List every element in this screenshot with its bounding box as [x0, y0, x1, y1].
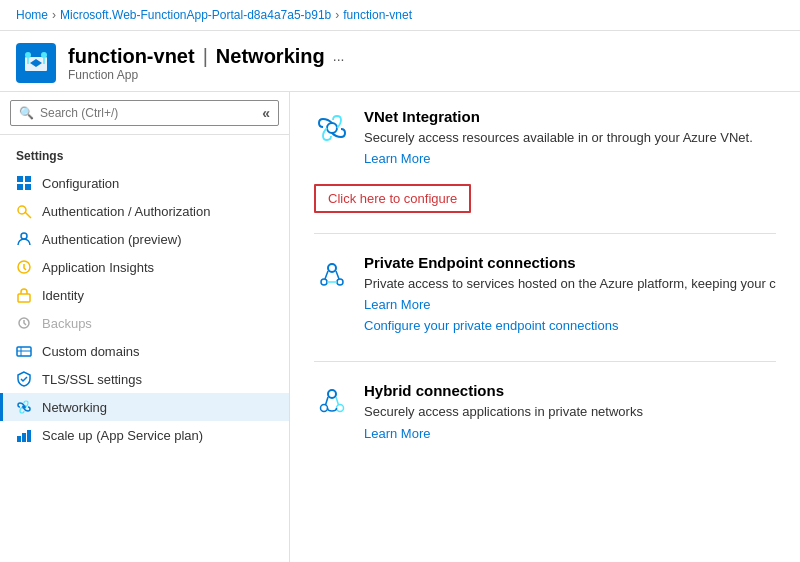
- vnet-configure-button[interactable]: Click here to configure: [314, 184, 471, 213]
- svg-line-25: [325, 271, 328, 279]
- hybrid-description: Securely access applications in private …: [364, 403, 643, 421]
- settings-section: Settings Configuration Authentication / …: [0, 135, 289, 453]
- network-icon: [16, 399, 32, 415]
- breadcrumb-resource-group[interactable]: Microsoft.Web-FunctionApp-Portal-d8a4a7a…: [60, 8, 331, 22]
- svg-point-1: [25, 52, 31, 58]
- content-area: VNet Integration Securely access resourc…: [290, 92, 800, 562]
- svg-point-24: [337, 279, 343, 285]
- sidebar-item-networking[interactable]: Networking: [0, 393, 289, 421]
- svg-point-21: [327, 123, 337, 133]
- insights-icon: [16, 259, 32, 275]
- svg-point-17: [22, 405, 26, 409]
- sidebar-item-auth-preview[interactable]: Authentication (preview): [0, 225, 289, 253]
- search-box-container: 🔍 «: [0, 92, 289, 135]
- networking-label: Networking: [42, 400, 273, 415]
- vnet-description: Securely access resources available in o…: [364, 129, 753, 147]
- endpoint-description: Private access to services hosted on the…: [364, 275, 776, 293]
- backups-label: Backups: [42, 316, 273, 331]
- svg-rect-20: [27, 430, 31, 442]
- settings-label: Settings: [0, 145, 289, 169]
- private-endpoint-section: Private Endpoint connections Private acc…: [314, 254, 776, 362]
- scale-up-label: Scale up (App Service plan): [42, 428, 273, 443]
- sidebar-item-app-insights[interactable]: Application Insights: [0, 253, 289, 281]
- svg-point-2: [41, 52, 47, 58]
- page-header: function-vnet | Networking ... Function …: [0, 31, 800, 92]
- search-icon: 🔍: [19, 106, 34, 120]
- svg-line-32: [336, 397, 339, 405]
- scaleup-icon: [16, 427, 32, 443]
- svg-rect-13: [18, 294, 30, 302]
- identity-label: Identity: [42, 288, 273, 303]
- vnet-learn-more[interactable]: Learn More: [364, 151, 430, 166]
- breadcrumb-current[interactable]: function-vnet: [343, 8, 412, 22]
- svg-rect-5: [17, 176, 23, 182]
- app-icon: [16, 43, 56, 83]
- sidebar-item-configuration[interactable]: Configuration: [0, 169, 289, 197]
- endpoint-icon: [314, 256, 350, 292]
- configuration-label: Configuration: [42, 176, 273, 191]
- endpoint-title: Private Endpoint connections: [364, 254, 776, 271]
- identity-icon: [16, 287, 32, 303]
- grid-icon: [16, 175, 32, 191]
- breadcrumb: Home › Microsoft.Web-FunctionApp-Portal-…: [0, 0, 800, 31]
- tls-ssl-label: TLS/SSL settings: [42, 372, 273, 387]
- svg-rect-19: [22, 433, 26, 442]
- vnet-title: VNet Integration: [364, 108, 753, 125]
- vnet-icon: [314, 110, 350, 146]
- hybrid-connections-section: Hybrid connections Securely access appli…: [314, 382, 776, 468]
- vnet-integration-section: VNet Integration Securely access resourc…: [314, 108, 776, 234]
- app-subtitle: Function App: [68, 68, 344, 82]
- auth-authorization-label: Authentication / Authorization: [42, 204, 273, 219]
- collapse-button[interactable]: «: [262, 105, 270, 121]
- sidebar-item-scale-up[interactable]: Scale up (App Service plan): [0, 421, 289, 449]
- custom-domains-label: Custom domains: [42, 344, 273, 359]
- search-input[interactable]: [40, 106, 262, 120]
- svg-rect-18: [17, 436, 21, 442]
- key-icon: [16, 203, 32, 219]
- sidebar-item-auth-authorization[interactable]: Authentication / Authorization: [0, 197, 289, 225]
- svg-point-29: [321, 405, 328, 412]
- svg-rect-7: [17, 184, 23, 190]
- auth-preview-label: Authentication (preview): [42, 232, 273, 247]
- page-title: function-vnet | Networking ...: [68, 45, 344, 68]
- svg-rect-8: [25, 184, 31, 190]
- svg-point-22: [328, 264, 336, 272]
- sidebar-item-custom-domains[interactable]: Custom domains: [0, 337, 289, 365]
- hybrid-title: Hybrid connections: [364, 382, 643, 399]
- svg-point-30: [337, 405, 344, 412]
- more-options-button[interactable]: ...: [333, 48, 345, 64]
- sidebar: 🔍 « Settings Configuration Authenticatio…: [0, 92, 290, 562]
- main-layout: 🔍 « Settings Configuration Authenticatio…: [0, 92, 800, 562]
- svg-point-11: [21, 233, 27, 239]
- hybrid-learn-more[interactable]: Learn More: [364, 426, 430, 441]
- sidebar-item-tls-ssl[interactable]: TLS/SSL settings: [0, 365, 289, 393]
- svg-line-10: [25, 212, 31, 218]
- svg-rect-6: [25, 176, 31, 182]
- app-insights-label: Application Insights: [42, 260, 273, 275]
- svg-point-28: [328, 390, 336, 398]
- svg-point-23: [321, 279, 327, 285]
- sidebar-item-backups[interactable]: Backups: [0, 309, 289, 337]
- shield-tls-icon: [16, 371, 32, 387]
- backup-icon: [16, 315, 32, 331]
- hybrid-icon: [314, 384, 350, 420]
- domain-icon: [16, 343, 32, 359]
- endpoint-learn-more[interactable]: Learn More: [364, 297, 430, 312]
- breadcrumb-home[interactable]: Home: [16, 8, 48, 22]
- sidebar-item-identity[interactable]: Identity: [0, 281, 289, 309]
- person-icon: [16, 231, 32, 247]
- svg-line-31: [326, 397, 329, 405]
- endpoint-configure-link[interactable]: Configure your private endpoint connecti…: [364, 318, 618, 333]
- svg-line-26: [336, 271, 339, 279]
